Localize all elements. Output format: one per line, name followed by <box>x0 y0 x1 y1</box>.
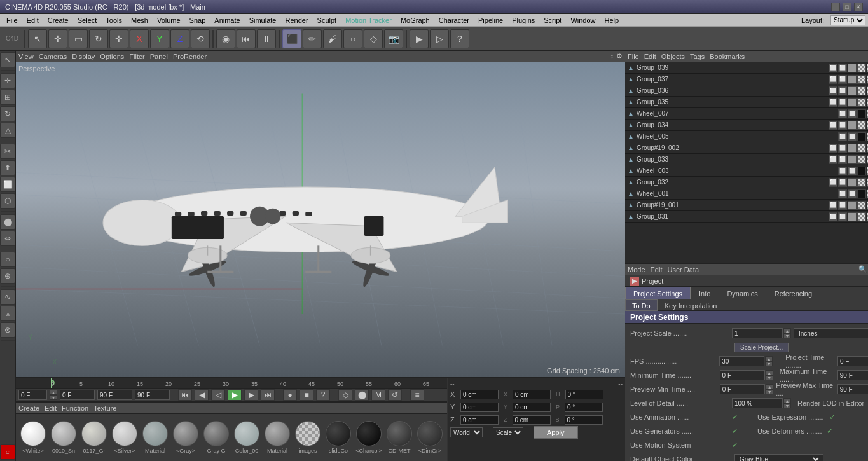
tb-box[interactable]: ▭ <box>69 29 88 48</box>
scale-project-button[interactable]: Scale Project... <box>734 343 789 352</box>
obj-r6[interactable]: ⬜ <box>838 121 847 130</box>
material-item-charco[interactable]: <Charcol> <box>354 421 383 454</box>
menu-script[interactable]: Script <box>540 17 565 24</box>
obj-v4[interactable]: ⬜ <box>829 98 837 107</box>
lt-select[interactable]: ↖ <box>0 52 15 67</box>
current-frame-input[interactable] <box>18 390 47 400</box>
preview-min-input[interactable] <box>722 386 762 393</box>
tb-cube[interactable]: ⬛ <box>282 29 301 48</box>
vp-menu-cameras[interactable]: Cameras <box>39 53 67 60</box>
obj-menu-tags[interactable]: Tags <box>690 53 705 60</box>
obj-row-group035[interactable]: ▲ Group_035 ⬜⬜ <box>625 97 868 108</box>
fps-input[interactable] <box>722 358 762 365</box>
menu-tools[interactable]: Tools <box>102 17 126 24</box>
obj-r5[interactable]: ⬜ <box>848 109 857 118</box>
menu-animate[interactable]: Animate <box>210 17 244 24</box>
attr-value-lod[interactable] <box>732 398 783 408</box>
menu-snap[interactable]: Snap <box>186 17 210 24</box>
lt-spline[interactable]: ∿ <box>0 289 15 305</box>
attr-value-fps[interactable] <box>719 356 764 366</box>
pb-play[interactable]: ▶ <box>228 389 242 401</box>
lt-magnet[interactable]: ⬤ <box>0 214 15 230</box>
preview-min-down[interactable]: ▼ <box>766 389 773 394</box>
lt-rotate2[interactable]: ↻ <box>0 106 15 121</box>
vp-menu-options[interactable]: Options <box>100 53 124 60</box>
material-item-gray[interactable]: <Gray> <box>171 421 200 454</box>
obj-row-wheel001[interactable]: ▲ Wheel_001 ⬜⬜ <box>625 188 868 200</box>
obj-r7[interactable]: ⬜ <box>848 132 857 141</box>
attr-menu-mode[interactable]: Mode <box>628 266 645 273</box>
pb-prev-frame[interactable]: ◀ <box>195 389 209 401</box>
maximize-button[interactable]: □ <box>843 3 851 11</box>
tb-material[interactable]: ◇ <box>364 29 383 48</box>
obj-menu-file[interactable]: File <box>628 53 639 60</box>
fps-up[interactable]: ▲ <box>765 356 773 361</box>
attr-menu-edit[interactable]: Edit <box>651 266 663 273</box>
min-time-down[interactable]: ▼ <box>766 375 773 380</box>
coord-y-pos[interactable] <box>460 403 499 412</box>
pb-stop[interactable]: ■ <box>300 389 313 401</box>
tb-axis-x[interactable]: X <box>130 29 149 48</box>
obj-row-group19-001[interactable]: ▲ Group#19_001 ⬜⬜ <box>625 200 868 211</box>
material-item-mat1[interactable]: Material <box>141 421 170 454</box>
material-item-0117[interactable]: 0117_Gr <box>79 421 109 454</box>
vp-menu-prorender[interactable]: ProRender <box>173 53 207 60</box>
obj-r10[interactable]: ⬜ <box>848 167 857 175</box>
coord-y-size[interactable] <box>513 403 551 412</box>
pb-keyframe[interactable]: ◇ <box>338 389 352 401</box>
menu-select[interactable]: Select <box>74 17 101 24</box>
obj-v12[interactable]: ⬜ <box>838 189 847 198</box>
viewport-3d[interactable]: Y X <box>16 62 625 377</box>
tb-rotate[interactable]: ↻ <box>89 29 108 48</box>
obj-menu-edit[interactable]: Edit <box>644 53 656 60</box>
obj-v7[interactable]: ⬜ <box>838 132 847 141</box>
project-time-input[interactable] <box>840 358 868 365</box>
attr-value-preview-min[interactable] <box>720 384 765 394</box>
pb-timeline[interactable]: ≡ <box>410 389 424 401</box>
coord-h-val[interactable] <box>565 390 603 399</box>
project-scale-up[interactable]: ▲ <box>783 328 791 333</box>
obj-v8[interactable]: ⬜ <box>829 144 837 153</box>
tab-info[interactable]: Info <box>691 287 719 299</box>
coord-z-size[interactable] <box>513 415 551 425</box>
menu-mesh[interactable]: Mesh <box>127 17 152 24</box>
material-item-slideco[interactable]: slideCo <box>324 421 353 454</box>
obj-row-group031[interactable]: ▲ Group_031 ⬜⬜ <box>625 211 868 223</box>
obj-r8[interactable]: ⬜ <box>838 144 847 153</box>
menu-simulate[interactable]: Simulate <box>245 17 280 24</box>
tb-light[interactable]: ○ <box>343 29 362 48</box>
preview-max-input[interactable] <box>840 386 868 393</box>
lod-down[interactable]: ▼ <box>783 403 791 408</box>
timeline-ruler[interactable]: 0 0 5 10 15 20 25 30 35 40 45 50 5 <box>16 378 447 389</box>
menu-mograph[interactable]: MoGraph <box>397 17 434 24</box>
unit-select[interactable]: Inches Centimeters Meters <box>796 329 868 338</box>
obj-vis-icon[interactable]: ⬜ <box>829 64 837 72</box>
obj-row-wheel007[interactable]: ▲ Wheel_007 ⬜⬜ <box>625 108 868 120</box>
attr-value-max-time[interactable] <box>837 370 868 380</box>
attr-menu-userdata[interactable]: User Data <box>668 266 699 273</box>
tb-axis-y[interactable]: Y <box>150 29 169 48</box>
tb-render[interactable]: ▶ <box>410 29 429 48</box>
vp-menu-filter[interactable]: Filter <box>129 53 144 60</box>
material-item-0010[interactable]: 0010_Sn <box>49 421 78 454</box>
pb-first-frame[interactable]: ⏮ <box>178 389 192 401</box>
menu-render[interactable]: Render <box>281 17 312 24</box>
menu-edit[interactable]: Edit <box>23 17 43 24</box>
attr-value-min-time[interactable] <box>720 370 765 380</box>
obj-row-group039[interactable]: ▲ Group_039 ⬜ ⬜ <box>625 62 868 74</box>
attr-search-icon[interactable]: 🔍 <box>858 265 867 273</box>
fps-down[interactable]: ▼ <box>765 361 773 366</box>
obj-v10[interactable]: ⬜ <box>838 167 847 175</box>
mat-menu-edit[interactable]: Edit <box>45 404 57 412</box>
obj-v14[interactable]: ⬜ <box>829 212 837 221</box>
lt-bool[interactable]: ⊗ <box>0 322 15 338</box>
obj-menu-objects[interactable]: Objects <box>661 53 685 60</box>
obj-r3[interactable]: ⬜ <box>838 86 847 95</box>
obj-row-group033[interactable]: ▲ Group_033 ⬜⬜ <box>625 154 868 165</box>
coord-p-val[interactable] <box>565 403 603 412</box>
tb-camera[interactable]: 📷 <box>384 29 403 48</box>
obj-row-group032[interactable]: ▲ Group_032 ⬜⬜ <box>625 177 868 188</box>
obj-menu-bookmarks[interactable]: Bookmarks <box>710 53 745 60</box>
pb-record[interactable]: ● <box>283 389 297 401</box>
obj-row-group037[interactable]: ▲ Group_037 ⬜ ⬜ <box>625 74 868 85</box>
